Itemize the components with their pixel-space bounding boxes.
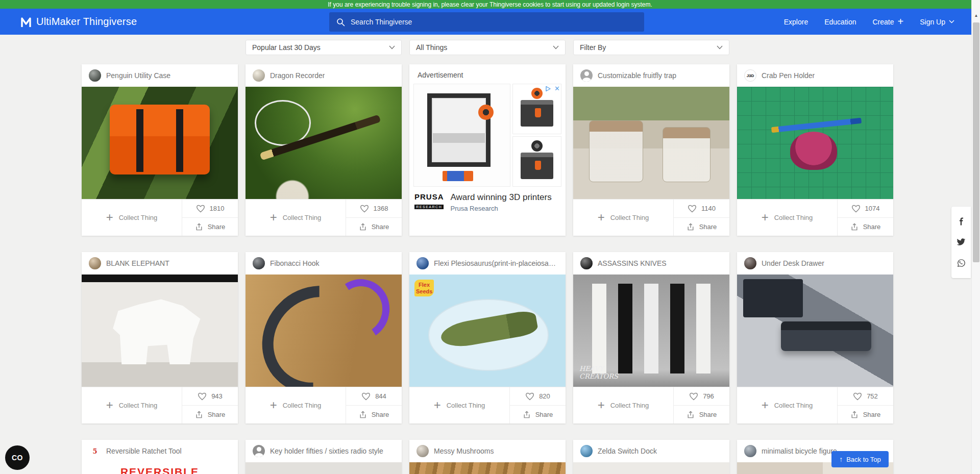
nav-explore[interactable]: Explore (784, 18, 808, 26)
scrollbar[interactable]: ▲ (971, 0, 980, 474)
thing-thumbnail[interactable] (737, 87, 893, 199)
share-button[interactable]: Share (346, 406, 402, 423)
like-button[interactable]: 943 (182, 387, 238, 406)
creator-avatar[interactable] (89, 69, 101, 82)
creator-avatar[interactable]: J3D (744, 69, 756, 82)
creator-avatar[interactable] (253, 445, 265, 457)
collect-thing-button[interactable]: + Collect Thing (246, 199, 346, 236)
ad-image-enclosed-printer[interactable] (413, 84, 510, 187)
collect-thing-button[interactable]: + Collect Thing (737, 387, 838, 423)
category-dropdown[interactable]: All Things (409, 40, 566, 55)
thing-title[interactable]: Crab Pen Holder (762, 71, 815, 80)
thing-thumbnail[interactable] (573, 87, 729, 199)
like-button[interactable]: 1140 (674, 199, 729, 218)
adchoices-icon[interactable] (545, 86, 551, 92)
printer-lcd-illustration (443, 171, 473, 181)
creator-avatar[interactable]: 5 (89, 445, 101, 457)
filter-by-dropdown[interactable]: Filter By (573, 40, 729, 55)
share-button[interactable]: Share (346, 218, 402, 236)
share-button[interactable]: Share (510, 406, 566, 423)
scrollbar-up-button[interactable]: ▲ (972, 11, 980, 20)
thing-thumbnail[interactable] (82, 87, 238, 199)
like-button[interactable]: 1810 (182, 199, 238, 218)
share-button[interactable]: Share (674, 406, 729, 423)
thing-title[interactable]: Under Desk Drawer (762, 259, 824, 267)
like-button[interactable]: 1074 (838, 199, 893, 218)
thing-thumbnail[interactable] (573, 462, 729, 474)
like-button[interactable]: 820 (510, 387, 566, 406)
thing-title[interactable]: Fibonacci Hook (270, 259, 320, 267)
scrollbar-thumb[interactable] (973, 22, 979, 262)
share-button[interactable]: Share (838, 406, 893, 423)
thing-title[interactable]: Penguin Utility Case (106, 71, 170, 80)
thing-title[interactable]: ASSASSINS KNIVES (598, 259, 667, 267)
collect-thing-button[interactable]: + Collect Thing (737, 199, 838, 236)
like-button[interactable]: 1368 (346, 199, 402, 218)
twitter-icon[interactable] (957, 238, 966, 246)
ad-headline[interactable]: Award winning 3D printers (451, 192, 552, 203)
thing-thumbnail[interactable]: REVERSIBLE (82, 462, 238, 474)
thing-card-header: Under Desk Drawer (737, 252, 893, 275)
creator-avatar[interactable] (580, 445, 593, 457)
thing-title[interactable]: minimalist bicycle figure (762, 447, 837, 455)
creator-avatar[interactable] (89, 257, 101, 269)
header-nav: Explore Education Create + Sign Up (784, 9, 954, 35)
thing-thumbnail[interactable] (246, 462, 402, 474)
thing-card-footer: + Collect Thing 1810 Share (82, 199, 238, 236)
collect-thing-button[interactable]: + Collect Thing (82, 387, 182, 423)
thing-title[interactable]: Customizable fruitfly trap (598, 71, 676, 80)
collect-thing-button[interactable]: + Collect Thing (82, 199, 182, 236)
thing-thumbnail[interactable] (409, 462, 566, 474)
ad-advertiser[interactable]: Prusa Research (451, 205, 552, 212)
nav-sign-up[interactable]: Sign Up (920, 18, 954, 26)
thing-title[interactable]: Dragon Recorder (270, 71, 325, 80)
collect-thing-button[interactable]: + Collect Thing (246, 387, 346, 423)
back-to-top-button[interactable]: ↑ Back to Top (831, 451, 889, 467)
whatsapp-icon[interactable] (957, 259, 966, 267)
thing-thumbnail[interactable] (246, 87, 402, 199)
thing-thumbnail[interactable]: HEAVY CREATORS (573, 275, 729, 387)
thing-title[interactable]: Zelda Switch Dock (598, 447, 657, 455)
thing-title[interactable]: BLANK ELEPHANT (106, 259, 169, 267)
thing-title[interactable]: Messy Mushrooms (434, 447, 494, 455)
collect-thing-button[interactable]: + Collect Thing (573, 199, 674, 236)
like-button[interactable]: 752 (838, 387, 893, 406)
like-button[interactable]: 844 (346, 387, 402, 406)
facebook-icon[interactable] (957, 217, 965, 226)
chevron-down-icon (389, 45, 395, 49)
creator-avatar[interactable] (744, 445, 756, 457)
ad-close-icon[interactable]: ✕ (554, 85, 560, 92)
sort-dropdown[interactable]: Popular Last 30 Days (246, 40, 402, 55)
plus-icon: + (270, 399, 277, 411)
nav-create[interactable]: Create + (872, 17, 903, 27)
creator-avatar[interactable] (580, 69, 593, 82)
creator-avatar[interactable] (744, 257, 756, 269)
share-button[interactable]: Share (838, 218, 893, 236)
collect-thing-button[interactable]: + Collect Thing (409, 387, 510, 423)
collect-thing-button[interactable]: + Collect Thing (573, 387, 674, 423)
share-button[interactable]: Share (674, 218, 729, 236)
creator-avatar[interactable] (580, 257, 593, 269)
thing-thumbnail[interactable] (82, 275, 238, 387)
creator-avatar[interactable] (253, 69, 265, 82)
thing-title[interactable]: Key holder fifties / sixties radio style (270, 447, 383, 455)
search-input[interactable] (351, 18, 637, 26)
creator-avatar[interactable] (416, 445, 429, 457)
share-button[interactable]: Share (182, 406, 238, 423)
thing-thumbnail[interactable]: Flex Seeds (409, 275, 566, 387)
thing-thumbnail[interactable] (737, 275, 893, 387)
thing-card-header: BLANK ELEPHANT (82, 252, 238, 275)
ad-image-printer-bottom[interactable] (512, 136, 561, 187)
creator-avatar[interactable] (253, 257, 265, 269)
like-button[interactable]: 796 (674, 387, 729, 406)
brand-home-link[interactable]: UltiMaker Thingiverse (20, 9, 137, 35)
ad-creative[interactable]: ✕ (413, 84, 561, 187)
creator-avatar[interactable] (416, 257, 429, 269)
thing-thumbnail[interactable] (246, 275, 402, 387)
share-button[interactable]: Share (182, 218, 238, 236)
prusa-research-logo[interactable]: PRUSA RESEARCH (414, 192, 444, 210)
thing-title[interactable]: Reversible Ratchet Tool (106, 447, 182, 455)
thing-title[interactable]: Flexi Plesiosaurus(print-in-placeiosauru… (434, 259, 558, 267)
cookie-consent-button[interactable]: CO (5, 445, 30, 470)
nav-education[interactable]: Education (824, 18, 856, 26)
